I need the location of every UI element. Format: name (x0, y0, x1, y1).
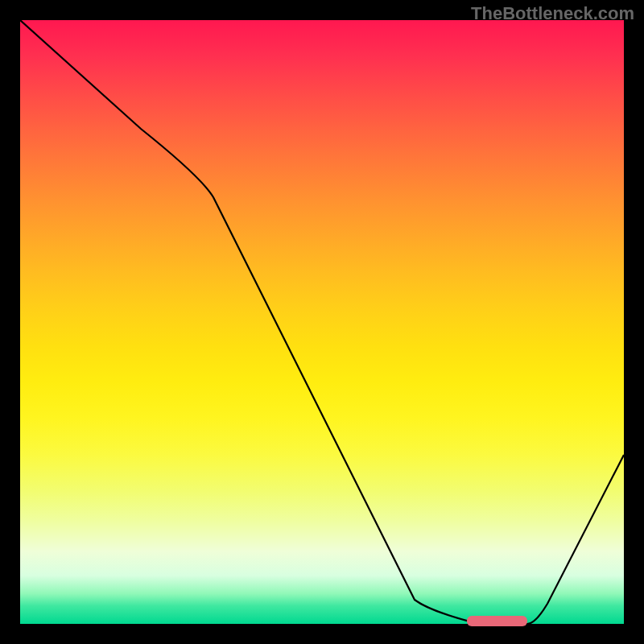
watermark-text: TheBottleneck.com (471, 3, 634, 24)
optimum-marker (467, 616, 527, 626)
bottleneck-curve (20, 20, 624, 624)
chart-plot-area (20, 20, 624, 624)
